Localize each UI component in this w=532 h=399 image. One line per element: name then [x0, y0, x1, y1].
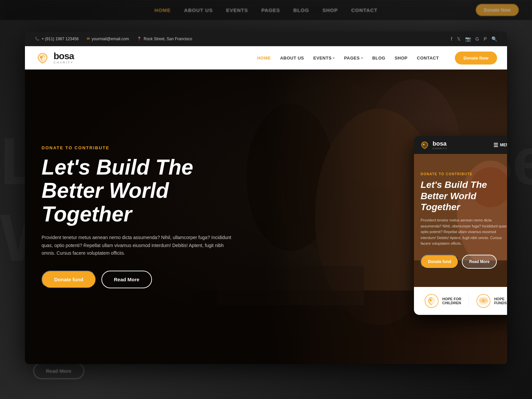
browser-window: 📞 + (911) 1987 123456 ✉ yourmail@email.c…	[25, 32, 507, 364]
hero-title: Let's Build The Better World Together	[42, 156, 241, 226]
mobile-hero-content: DONATE TO CONTRIBUTE Let's Build The Bet…	[421, 172, 507, 269]
phone-icon: 📞	[35, 37, 40, 41]
nav-contact[interactable]: CONTACT	[417, 56, 439, 61]
location-icon: 📍	[137, 37, 142, 41]
hero-donate-button[interactable]: Donate fund	[42, 271, 96, 288]
svg-point-9	[423, 144, 425, 145]
logo-name: bosa	[54, 52, 74, 61]
logo-icon	[35, 50, 50, 66]
mobile-hero-title: Let's Build The Better World Together	[421, 179, 507, 213]
mobile-footer-logos: HOPE FOR CHILDREN $ HOPE FU	[414, 287, 507, 315]
hero-label: DONATE TO CONTRIBUTE	[42, 145, 241, 150]
mobile-logo-icon	[419, 140, 430, 150]
email-info: ✉ yourmail@email.com	[87, 37, 129, 41]
mobile-logo-sub: CHARITY	[433, 147, 448, 150]
bottom-read-more-area: Read More	[33, 363, 84, 379]
outer-nav-home[interactable]: HOME	[155, 7, 171, 13]
nav-pages[interactable]: PAGES ▾	[344, 56, 363, 61]
email-address: yourmail@email.com	[92, 37, 129, 41]
social-links: f 𝕏 📷 G P 🔍	[451, 36, 497, 42]
phone-number: + (911) 1987 123456	[42, 37, 79, 41]
mobile-logo-text: bosa	[433, 140, 448, 147]
mobile-menu-button[interactable]: ☰ MENU	[493, 142, 507, 148]
hope-funds-icon: $	[476, 294, 491, 308]
outer-nav-events[interactable]: EVENTS	[226, 7, 248, 13]
mobile-hero-label: DONATE TO CONTRIBUTE	[421, 172, 507, 176]
hope-children-line1: HOPE FOR	[442, 297, 461, 301]
nav-links: HOME ABOUT US EVENTS ▾ PAGES ▾ BLOG SHOP…	[257, 52, 497, 65]
hope-children-line2: CHILDREN	[442, 301, 461, 305]
search-icon[interactable]: 🔍	[491, 36, 497, 42]
outer-navigation: HOME ABOUT US EVENTS PAGES BLOG SHOP CON…	[0, 0, 532, 20]
hope-children-icon	[424, 294, 439, 308]
twitter-icon[interactable]: 𝕏	[457, 36, 461, 42]
mobile-hero-buttons: Donate fund Read More	[421, 255, 507, 269]
mobile-preview: ⚙ PRO DEMOS 🛒 BUY PRO bosa	[414, 136, 507, 315]
hope-children-text: HOPE FOR CHILDREN	[442, 297, 461, 305]
menu-label: MENU	[500, 143, 507, 147]
mobile-read-more-button[interactable]: Read More	[462, 255, 497, 269]
pinterest-icon[interactable]: P	[484, 36, 487, 42]
hope-funds-line2: FUNDS	[494, 301, 507, 305]
instagram-icon[interactable]: 📷	[465, 36, 471, 42]
bottom-read-more-button[interactable]: Read More	[33, 363, 84, 379]
facebook-icon[interactable]: f	[451, 36, 452, 42]
top-bar: 📞 + (911) 1987 123456 ✉ yourmail@email.c…	[25, 32, 507, 46]
hero-description: Provident tenetur metus aenean nemo dict…	[42, 234, 234, 257]
street-address: Rock Street, San Francisco	[144, 37, 192, 41]
outer-nav-pages[interactable]: PAGES	[261, 7, 280, 13]
hope-funds-line1: HOPE	[494, 297, 507, 301]
google-icon[interactable]: G	[475, 36, 479, 42]
logo-subtitle: CHARITY	[54, 61, 74, 64]
outer-nav-blog[interactable]: BLOG	[293, 7, 309, 13]
hero-section: DONATE TO CONTRIBUTE Let's Build The Bet…	[25, 69, 507, 364]
outer-donate-button[interactable]: Donate Now	[476, 4, 519, 16]
svg-point-15	[430, 299, 432, 301]
hope-funds-logo: $ HOPE FUNDS	[476, 294, 507, 308]
mobile-hero: DONATE TO CONTRIBUTE Let's Build The Bet…	[414, 154, 507, 287]
outer-nav-contact[interactable]: CONTACT	[351, 7, 377, 13]
nav-donate-button[interactable]: Donate Now	[455, 52, 497, 65]
nav-home[interactable]: HOME	[257, 56, 271, 61]
email-icon: ✉	[87, 37, 90, 41]
mobile-donate-button[interactable]: Donate fund	[421, 255, 459, 269]
hope-for-children-logo: HOPE FOR CHILDREN	[424, 294, 461, 308]
pages-caret: ▾	[361, 56, 363, 60]
hope-funds-text: HOPE FUNDS	[494, 297, 507, 305]
hamburger-icon: ☰	[493, 142, 498, 148]
mobile-logo[interactable]: bosa CHARITY	[419, 140, 448, 150]
outer-nav-about[interactable]: ABOUT US	[184, 7, 213, 13]
hero-buttons: Donate fund Read More	[42, 271, 241, 288]
outer-nav-shop[interactable]: SHOP	[323, 7, 338, 13]
logo[interactable]: bosa CHARITY	[35, 50, 74, 66]
main-navigation: bosa CHARITY HOME ABOUT US EVENTS ▾ PAGE…	[25, 46, 507, 69]
top-bar-contact-info: 📞 + (911) 1987 123456 ✉ yourmail@email.c…	[35, 37, 192, 41]
nav-shop[interactable]: SHOP	[395, 56, 408, 61]
nav-about[interactable]: ABOUT US	[280, 56, 304, 61]
address-info: 📍 Rock Street, San Francisco	[137, 37, 192, 41]
nav-events[interactable]: EVENTS ▾	[313, 56, 335, 61]
logo-text-group: bosa CHARITY	[54, 52, 74, 64]
hero-read-more-button[interactable]: Read More	[101, 271, 152, 288]
svg-text:$: $	[482, 299, 484, 303]
hero-content: DONATE TO CONTRIBUTE Let's Build The Bet…	[25, 69, 258, 364]
events-caret: ▾	[333, 56, 335, 60]
footer-divider	[468, 294, 469, 308]
phone-info: 📞 + (911) 1987 123456	[35, 37, 79, 41]
mobile-hero-description: Provident tenetur metus aenean nemo dict…	[421, 217, 507, 247]
mobile-nav: bosa CHARITY ☰ MENU	[414, 136, 507, 154]
nav-blog[interactable]: BLOG	[372, 56, 385, 61]
